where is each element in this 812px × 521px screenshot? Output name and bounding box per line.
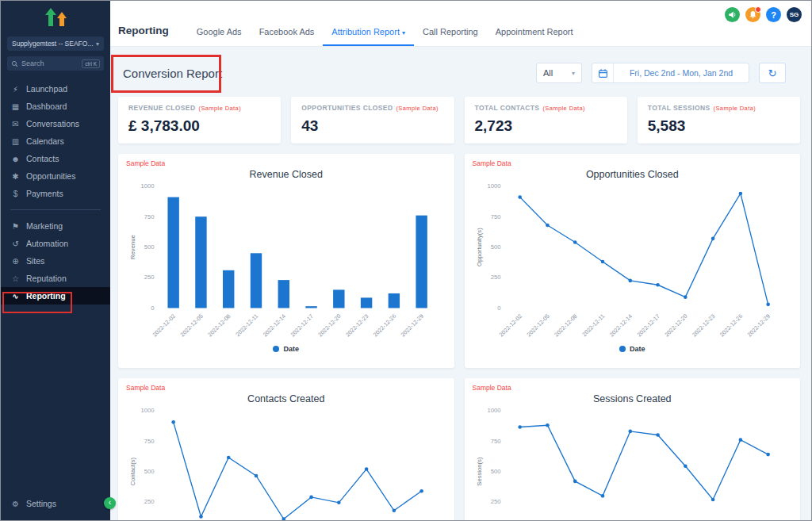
- legend-label: Date: [630, 345, 645, 353]
- sidebar-item-payments[interactable]: $ Payments: [1, 185, 110, 202]
- top-bar: Reporting Google Ads Facebook Ads Attrib…: [110, 1, 811, 47]
- sidebar-item-label: Launchpad: [26, 84, 67, 94]
- svg-text:2022-12-26: 2022-12-26: [372, 312, 397, 338]
- svg-text:2022-12-05: 2022-12-05: [525, 312, 550, 338]
- svg-text:2022-12-29: 2022-12-29: [400, 312, 425, 338]
- legend-label: Date: [283, 345, 299, 353]
- sidebar-collapse-button[interactable]: ‹: [104, 497, 116, 509]
- help-button[interactable]: ?: [766, 7, 781, 22]
- chart-card-contacts-created: Sample Data Contacts Created 02505007501…: [118, 378, 454, 520]
- chevron-left-icon: ‹: [109, 498, 111, 507]
- chart-canvas: 02505007501000Session(s)2022-12-022022-1…: [473, 406, 793, 520]
- tab-strip: Reporting Google Ads Facebook Ads Attrib…: [118, 25, 582, 46]
- sidebar-item-opportunities[interactable]: ✱ Opportunities: [1, 167, 110, 185]
- date-range-value: Fri, Dec 2nd - Mon, Jan 2nd: [614, 68, 749, 78]
- chevron-down-icon: ▾: [96, 40, 99, 48]
- gear-icon: ⚙: [10, 500, 21, 508]
- date-range-picker[interactable]: Fri, Dec 2nd - Mon, Jan 2nd: [592, 63, 749, 83]
- svg-text:2022-12-20: 2022-12-20: [663, 312, 688, 338]
- sidebar-item-reporting[interactable]: ∿ Reporting: [1, 287, 110, 305]
- tab-facebook-ads[interactable]: Facebook Ads: [251, 27, 324, 46]
- page-title: Reporting: [118, 25, 169, 46]
- svg-text:2022-12-17: 2022-12-17: [635, 312, 661, 338]
- report-toolbar: Conversion Report All ▾ Fri, Dec 2nd - M…: [118, 57, 800, 89]
- stat-label: OPPORTUNITIES CLOSED: [301, 104, 393, 112]
- svg-text:0: 0: [151, 305, 154, 312]
- sample-data-tag: (Sample Data): [396, 105, 439, 112]
- sidebar-item-label: Contacts: [26, 154, 59, 163]
- sidebar-search[interactable]: Search ctrl K: [7, 56, 104, 71]
- tab-appointment-report[interactable]: Appointment Report: [487, 27, 582, 46]
- sample-data-tag: Sample Data: [473, 159, 793, 167]
- sidebar-item-automation[interactable]: ↺ Automation: [1, 235, 110, 252]
- charts-grid: Sample Data Revenue Closed 0250500750100…: [118, 154, 800, 520]
- megaphone-icon: [728, 10, 737, 19]
- tab-google-ads[interactable]: Google Ads: [188, 27, 251, 46]
- dashboard-icon: ▦: [10, 102, 21, 111]
- account-name: Supplygemtest -- SEAFO...: [12, 40, 96, 48]
- notifications-button[interactable]: [745, 7, 760, 22]
- svg-text:2022-12-08: 2022-12-08: [206, 312, 232, 338]
- chevron-down-icon: ▾: [402, 29, 405, 36]
- svg-text:500: 500: [490, 468, 500, 475]
- svg-text:1000: 1000: [140, 182, 154, 190]
- svg-text:Revenue: Revenue: [129, 235, 136, 259]
- sidebar-item-marketing[interactable]: ⚑ Marketing: [1, 217, 110, 235]
- sample-data-tag: Sample Data: [126, 384, 446, 392]
- announcements-button[interactable]: [725, 7, 740, 22]
- stat-card-total-sessions: TOTAL SESSIONS(Sample Data) 5,583: [638, 97, 800, 144]
- tab-attribution-report[interactable]: Attribution Report▾: [323, 27, 414, 46]
- sample-data-tag: Sample Data: [126, 159, 446, 167]
- question-icon: ?: [771, 10, 776, 20]
- refresh-icon: ↻: [768, 67, 777, 79]
- chart-title: Contacts Created: [126, 393, 446, 404]
- stat-value: 5,583: [648, 117, 790, 135]
- sample-data-tag: (Sample Data): [714, 105, 756, 112]
- refresh-button[interactable]: ↻: [759, 63, 786, 83]
- user-avatar[interactable]: SG: [787, 7, 802, 22]
- stat-value: 2,723: [475, 117, 617, 135]
- search-placeholder: Search: [21, 59, 44, 67]
- svg-text:750: 750: [144, 438, 155, 445]
- sidebar-item-sites[interactable]: ⊕ Sites: [1, 252, 110, 270]
- svg-text:2022-12-23: 2022-12-23: [691, 312, 716, 338]
- chart-card-opportunities-closed: Sample Data Opportunities Closed 0250500…: [465, 154, 801, 368]
- tab-call-reporting[interactable]: Call Reporting: [414, 27, 487, 46]
- svg-text:1000: 1000: [140, 407, 154, 414]
- svg-text:250: 250: [144, 498, 155, 505]
- contacts-icon: ☻: [10, 155, 21, 163]
- filter-dropdown[interactable]: All ▾: [536, 63, 582, 83]
- sidebar-item-reputation[interactable]: ☆ Reputation: [1, 270, 110, 287]
- sidebar-item-settings[interactable]: ⚙ Settings: [1, 495, 110, 512]
- sidebar-item-contacts[interactable]: ☻ Contacts: [1, 150, 110, 167]
- automation-icon: ↺: [10, 239, 21, 248]
- sidebar-item-launchpad[interactable]: ⚡ Launchpad: [1, 80, 110, 98]
- sidebar-item-calendars[interactable]: ▥ Calendars: [1, 132, 110, 150]
- report-controls: All ▾ Fri, Dec 2nd - Mon, Jan 2nd ↻: [536, 63, 786, 83]
- sidebar-item-label: Payments: [26, 189, 63, 198]
- svg-text:Session(s): Session(s): [475, 457, 482, 486]
- chart-canvas: 02505007501000Revenue2022-12-022022-12-0…: [126, 182, 446, 343]
- sidebar-item-label: Reputation: [26, 274, 67, 283]
- account-switcher[interactable]: Supplygemtest -- SEAFO... ▾: [7, 36, 104, 51]
- svg-text:Contact(s): Contact(s): [129, 457, 136, 485]
- sidebar-item-label: Reporting: [26, 291, 66, 301]
- svg-text:0: 0: [497, 305, 500, 312]
- sidebar-item-conversations[interactable]: ✉ Conversations: [1, 115, 110, 132]
- svg-text:750: 750: [490, 438, 500, 445]
- sidebar-item-dashboard[interactable]: ▦ Dashboard: [1, 98, 110, 115]
- chart-title: Opportunities Closed: [473, 169, 793, 180]
- sidebar-item-label: Conversations: [26, 119, 79, 128]
- calendars-icon: ▥: [10, 137, 21, 146]
- reputation-icon: ☆: [10, 274, 21, 283]
- chart-legend[interactable]: Date: [473, 345, 793, 353]
- sidebar-item-label: Marketing: [26, 221, 63, 231]
- report-heading: Conversion Report: [123, 67, 222, 80]
- chart-legend[interactable]: Date: [126, 345, 446, 353]
- calendar-button[interactable]: [592, 63, 614, 82]
- stat-card-opportunities-closed: OPPORTUNITIES CLOSED(Sample Data) 43: [291, 97, 454, 144]
- stat-label: REVENUE CLOSED: [128, 104, 195, 112]
- opportunities-icon: ✱: [10, 172, 21, 181]
- svg-text:2022-12-08: 2022-12-08: [553, 312, 578, 338]
- sidebar: Supplygemtest -- SEAFO... ▾ Search ctrl …: [1, 1, 110, 520]
